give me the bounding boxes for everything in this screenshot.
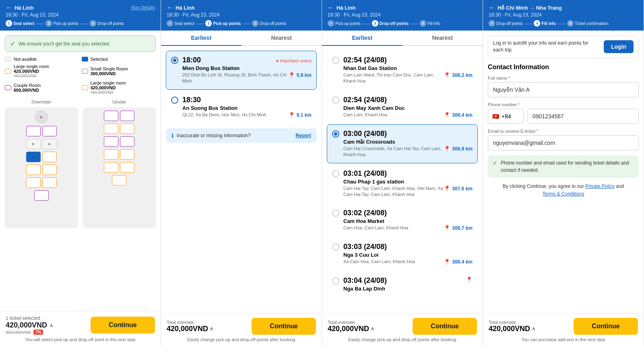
u-seat-E1[interactable] [104, 162, 118, 173]
prefix-value: +84 [502, 113, 511, 119]
d-loc-icon-5: 📍 [444, 225, 450, 231]
p4-sep2: —— [557, 21, 566, 26]
seat-A1[interactable] [26, 126, 41, 136]
u-seat-D1[interactable] [104, 149, 118, 160]
phone-input[interactable] [527, 109, 639, 124]
pickup-info-1: 18:00 ● Important notice Mien Dong Bus S… [182, 56, 312, 84]
panel3-back-btn[interactable]: ← Hà Linh [328, 4, 356, 11]
seat-C2[interactable] [42, 152, 57, 162]
dropoff-item-5[interactable]: 03:02 (24/08) Cam Hoa Market Cam Hoa, Ca… [327, 204, 478, 237]
panel-pickup: ← Hà Linh 18:30 · Fri, Aug 23, 2024 ✓ Se… [161, 0, 322, 346]
dropoff-radio-3[interactable] [332, 130, 339, 138]
seat-E1[interactable] [26, 177, 41, 188]
large-single2-box [82, 85, 88, 90]
panel1-continue-btn[interactable]: Continue [91, 317, 155, 334]
privacy-link[interactable]: Private Policy [585, 183, 615, 189]
pickup-item-2[interactable]: 18:30 An Suong Bus Station QL22, Xa Ba D… [166, 91, 317, 124]
panel4-subtitle: 18:30 · Fri, Aug 23, 2024 [489, 12, 638, 18]
pickup-addr-1: 292 Dinh Bo Linh St, Phuong 26, Binh Tha… [182, 72, 288, 84]
phone-prefix[interactable]: 🇻🇳 +84 [488, 109, 524, 124]
panel1-footer: 1 ticket selected 420,000VND ∧ 450,000VN… [0, 311, 161, 346]
p3-chevron[interactable]: ∧ [371, 326, 374, 332]
dropoff-item-7[interactable]: 03:04 (24/08) Nga Ba Lap Dinh 📍 [327, 271, 478, 298]
dropoff-radio-6[interactable] [332, 243, 339, 251]
seat-B2: ✕ [42, 139, 57, 149]
panel4-back-btn[interactable]: ← Hồ Chí Minh → Nha Trang [489, 4, 562, 11]
dropoff-dist-val-1: 306.2 km [452, 72, 473, 78]
dropoff-name-6: Nga 3 Cuu Loi [343, 252, 473, 258]
p2-total-label: Total estimate [167, 320, 213, 325]
info-icon: ℹ [171, 132, 173, 139]
u-seat-E2[interactable] [120, 162, 134, 173]
pickup-item-1[interactable]: 18:00 ● Important notice Mien Dong Bus S… [166, 51, 317, 90]
panel4-continue-btn[interactable]: Continue [574, 318, 638, 335]
phone-field: Phone number * 🇻🇳 +84 [488, 102, 639, 124]
full-name-input[interactable] [488, 82, 639, 97]
seat-D2[interactable] [42, 165, 57, 175]
terms-conditions-link[interactable]: Terms & Conditions [542, 191, 584, 197]
p2-chevron[interactable]: ∧ [210, 326, 213, 332]
dropoff-radio-5[interactable] [332, 210, 339, 217]
footer-price-row: 1 ticket selected 420,000VND ∧ 450,000VN… [6, 315, 155, 335]
dropoff-dist-2: 📍 306.4 km [444, 112, 473, 118]
back-arrow-icon: ← [6, 4, 12, 11]
pickup-dist-val-1: 5.9 km [297, 72, 312, 78]
u-seat-C2[interactable] [120, 136, 134, 147]
tab-earliest[interactable]: Earliest [161, 31, 242, 46]
u-seat-F1[interactable] [112, 175, 126, 185]
pickup-radio-2[interactable] [171, 97, 178, 104]
important-notice-1[interactable]: ● Important notice [276, 58, 312, 63]
u-seat-D2[interactable] [120, 149, 134, 160]
dropoff-item-4[interactable]: 03:01 (24/08) Chau Phap 1 gas station Ca… [327, 164, 478, 203]
dropoff-radio-2[interactable] [332, 97, 339, 104]
panel3-continue-btn[interactable]: Continue [413, 318, 477, 335]
p4-step-1: ✓ Drop-off points [489, 20, 522, 27]
dropoff-row-4: Cam Hai Tay, Cam Lam, Khanh Hoa, Viet Na… [343, 185, 473, 198]
check-icon: ✓ [10, 40, 15, 47]
seat-E2[interactable] [42, 177, 57, 188]
dropoff-name-4: Chau Phap 1 gas station [343, 179, 473, 185]
u-seat-A1[interactable] [104, 111, 118, 121]
report-link[interactable]: Report [295, 133, 311, 138]
dropoff-radio-7[interactable] [332, 277, 339, 284]
p3-step-3: 4 Fill info [420, 20, 440, 27]
panel2-continue-btn[interactable]: Continue [252, 318, 316, 335]
panel1-back-btn[interactable]: ← Hà Linh [6, 4, 34, 11]
seat-F1[interactable] [34, 190, 49, 201]
dropoff-radio-4[interactable] [332, 170, 339, 177]
u-row-5 [86, 162, 153, 173]
seat-A2[interactable] [42, 126, 57, 136]
bus-details-link[interactable]: Bus details [131, 5, 155, 10]
u-seat-A2[interactable] [120, 111, 134, 121]
location-icon-1: 📍 [288, 72, 295, 78]
seat-C1[interactable]: ✓ [26, 152, 41, 162]
dropoff-dist-val-3: 306.9 km [452, 146, 473, 152]
u-seat-B1[interactable] [104, 124, 118, 134]
email-input[interactable] [488, 135, 639, 150]
pickup-radio-1[interactable] [171, 57, 178, 64]
dropoff-time-6: 03:03 (24/08) [343, 243, 473, 251]
seat-D1[interactable] [26, 165, 41, 175]
price-chevron[interactable]: ∧ [50, 323, 53, 328]
dropoff-tab-nearest[interactable]: Nearest [402, 31, 483, 46]
email-label: Email to receive E-ticket * [488, 129, 639, 134]
downstair-section: Downstair ⊙ ✕ ✕ ✓ [5, 99, 78, 228]
dropoff-info-7: 03:04 (24/08) Nga Ba Lap Dinh [343, 276, 462, 292]
panel2-back-btn[interactable]: ← Hà Linh [167, 4, 195, 11]
u-seat-B2[interactable] [120, 124, 134, 134]
tab-nearest[interactable]: Nearest [242, 31, 322, 46]
not-avail-label: Not availble [14, 57, 37, 62]
dropoff-tab-earliest[interactable]: Earliest [322, 31, 402, 46]
dropoff-item-6[interactable]: 03:03 (24/08) Nga 3 Cuu Loi Xa Cam Hoa, … [327, 237, 478, 270]
dropoff-item-1[interactable]: 02:54 (24/08) Nhan Dat Gas Station Cam L… [327, 51, 478, 90]
panel2-steps: ✓ Seat select —— 2 Pick-up points —— 3 D… [167, 20, 316, 27]
dropoff-item-3[interactable]: 03:00 (24/08) Cam Hải Crossroads Cam Hai… [327, 124, 478, 163]
p4-step3-num: 5 [567, 20, 574, 27]
price-main: 420,000VND ∧ [6, 321, 53, 330]
dropoff-item-2[interactable]: 02:54 (24/08) Dien May Xanh Cam Duc Cam … [327, 91, 478, 124]
p4-chevron[interactable]: ∧ [532, 326, 535, 332]
login-btn[interactable]: Login [604, 40, 634, 53]
panel2-footer-note: Easily change pick-up and drop-off point… [167, 337, 316, 342]
dropoff-radio-1[interactable] [332, 57, 339, 64]
u-seat-C1[interactable] [104, 136, 118, 147]
